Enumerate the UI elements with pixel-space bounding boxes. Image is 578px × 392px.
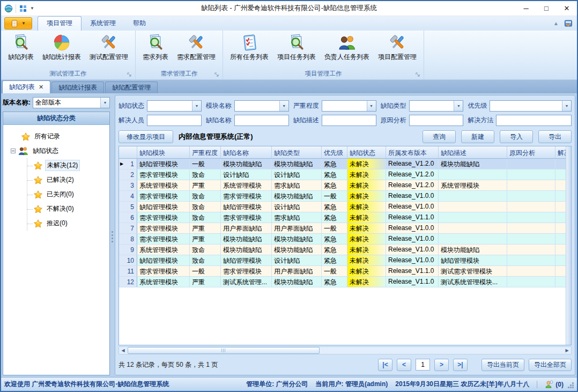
ribbon-button[interactable]: 项目配置管理 [374,32,420,63]
horizontal-scrollbar[interactable]: ◀ ▶ [118,346,572,354]
grid-column-header[interactable]: 原因分析 [507,146,555,158]
grid-column-header[interactable]: 解决方法 [555,146,566,158]
ribbon-button[interactable]: 需求配置管理 [173,32,219,63]
first-page-button[interactable]: |< [378,359,392,371]
application-menu-button[interactable]: ▼ [4,17,32,29]
tree-item-status[interactable]: 未解决(12) [27,158,107,173]
chevron-down-icon[interactable]: ▼ [30,6,34,11]
scroll-left-icon[interactable]: ◀ [119,347,127,354]
ribbon-button[interactable]: 项目任务列表 [273,32,320,63]
sidebar-splitter[interactable] [110,93,115,377]
filter-input[interactable] [147,115,202,126]
dialog-launcher-icon[interactable] [214,72,220,78]
scrollbar-track[interactable] [127,347,563,354]
grid-column-header[interactable]: 严重程度 [190,146,221,158]
filter-input[interactable] [409,115,464,126]
export-button[interactable]: 导出 [538,130,572,143]
minimize-button[interactable]: ─ [516,1,536,16]
ribbon-button[interactable]: 所有任务列表 [226,32,272,63]
ribbon-button[interactable]: 需求列表 [139,32,172,63]
ribbon-tab[interactable]: 项目管理 [38,16,81,31]
message-indicator[interactable]: (0) [545,380,564,389]
cell-module: 需求管理模块 [137,234,190,244]
chevron-down-icon[interactable]: ▼ [454,101,463,111]
document-tab[interactable]: 缺陷统计报表 [51,82,104,93]
table-row[interactable]: ▶4 需求管理模块 致命 需求管理模块 模块功能缺陷 一般 未解决 Releas… [119,191,566,202]
grid-footer: 共 12 条记录，每页 50 条，共 1 页 |< < > >| 导出当前页 导… [118,354,572,373]
document-tab[interactable]: 缺陷配置管理 [105,82,158,93]
tree-item-status[interactable]: 已解决(2) [27,173,107,187]
ribbon-button[interactable]: 缺陷统计报表 [39,32,85,63]
grid-column-header[interactable]: 缺陷模块 [137,146,190,158]
table-row[interactable]: ▶3 系统管理模块 严重 系统管理模块 需求缺陷 紧急 未解决 Release_… [119,180,566,191]
grid-column-header[interactable]: 缺陷名称 [221,146,272,158]
resize-grip-icon[interactable] [572,387,574,388]
filter-combobox[interactable]: ▼ [490,100,572,112]
chevron-down-icon[interactable]: ▼ [100,98,109,108]
grid-column-header[interactable]: 缺陷状态 [347,146,386,158]
cell-version: Release_V1.2.0 [386,180,439,190]
table-row[interactable]: ▶1 缺陷管理模块 一般 模块功能缺陷 模块功能缺陷 紧急 未解决 Releas… [119,159,566,169]
next-page-button[interactable]: > [434,359,449,371]
table-row[interactable]: ▶7 需求管理模块 严重 用户界面缺陷 用户界面缺陷 一般 未解决 Releas… [119,223,566,234]
ribbon-button[interactable]: 负责人任务列表 [321,32,373,63]
maximize-button[interactable]: □ [536,1,557,16]
modify-display-items-button[interactable]: 修改显示项目 [118,130,173,143]
ribbon-tab[interactable]: 系统管理 [81,17,124,31]
collapse-ribbon-icon[interactable]: ▲ [553,20,559,26]
chevron-down-icon[interactable]: ▼ [192,101,201,111]
last-page-button[interactable]: >| [453,359,468,371]
filter-input[interactable] [496,115,572,126]
tree-item-status[interactable]: 已关闭(0) [27,187,107,202]
table-row[interactable]: ▶6 需求管理模块 致命 需求管理模块 需求缺陷 紧急 未解决 Release_… [119,212,566,223]
close-tab-icon[interactable]: ✕ [39,84,43,91]
cell-name: 模块功能缺陷 [221,234,272,244]
grid-column-header[interactable]: 缺陷描述 [439,146,507,158]
filter-combobox[interactable]: ▼ [234,100,289,112]
filter-combobox[interactable]: ▼ [147,100,202,112]
table-row[interactable]: ▶12 系统管理模块 严重 测试系统管理... 模块功能缺陷 紧急 未解决 Re… [119,277,566,287]
filter-input[interactable] [234,115,289,126]
table-row[interactable]: ▶10 缺陷管理模块 致命 缺陷管理模块 设计缺陷 紧急 未解决 Release… [119,255,566,266]
chevron-down-icon[interactable]: ▼ [279,101,288,111]
table-row[interactable]: ▶8 需求管理模块 严重 模块功能缺陷 模块功能缺陷 紧急 未解决 Releas… [119,234,566,245]
about-app-icon[interactable] [564,19,573,27]
close-button[interactable]: ✕ [557,1,577,16]
import-button[interactable]: 导入 [500,130,533,143]
new-button[interactable]: 新建 [461,130,494,143]
query-button[interactable]: 查询 [423,130,456,143]
grid-column-header[interactable]: 所属发布版本 [386,146,439,158]
chevron-down-icon[interactable]: ▼ [367,101,376,111]
page-number-input[interactable] [416,359,430,371]
collapse-node-icon[interactable] [11,149,16,153]
chevron-down-icon[interactable]: ▼ [562,101,571,111]
filter-combobox[interactable]: ▼ [409,100,464,112]
export-all-pages-button[interactable]: 导出全部页 [529,359,572,371]
document-tab[interactable]: 缺陷列表 ✕ [2,80,50,93]
vertical-scrollbar[interactable] [566,146,571,345]
scrollbar-thumb[interactable] [128,347,320,354]
cell-solution [555,277,566,287]
ribbon-button[interactable]: 测试配置管理 [86,32,132,63]
export-current-page-button[interactable]: 导出当前页 [481,359,524,371]
table-row[interactable]: ▶2 需求管理模块 致命 设计缺陷 设计缺陷 紧急 未解决 Release_V1… [119,169,566,180]
dialog-launcher-icon[interactable] [127,72,132,78]
grid-view-icon[interactable] [19,4,27,13]
filter-combobox[interactable]: ▼ [322,100,376,112]
filter-input[interactable] [322,115,376,126]
version-combobox[interactable]: 全部版本 ▼ [33,97,110,108]
table-row[interactable]: ▶9 系统管理模块 致命 模块功能缺陷 模块功能缺陷 紧急 未解决 Releas… [119,245,566,255]
dialog-launcher-icon[interactable] [416,72,421,78]
tree-item-status[interactable]: 不解决(0) [27,202,107,216]
table-row[interactable]: ▶11 需求管理模块 一般 需求管理模块 用户界面缺陷 一般 未解决 Relea… [119,266,566,277]
table-row[interactable]: ▶5 缺陷管理模块 致命 缺陷管理模块 设计缺陷 紧急 未解决 Release_… [119,202,566,212]
grid-column-header[interactable]: 缺陷类型 [272,146,322,158]
tree-item-all-records[interactable]: 所有记录 [21,129,107,144]
scroll-right-icon[interactable]: ▶ [563,347,571,354]
ribbon-tab[interactable]: 帮助 [124,17,154,31]
ribbon-button[interactable]: 缺陷列表 [4,32,38,63]
prev-page-button[interactable]: < [397,359,411,371]
tree-item-status[interactable]: 推迟(0) [27,216,107,231]
grid-column-header[interactable]: 优先级 [322,146,347,158]
tree-item-defect-status[interactable]: 缺陷状态 [11,144,107,158]
